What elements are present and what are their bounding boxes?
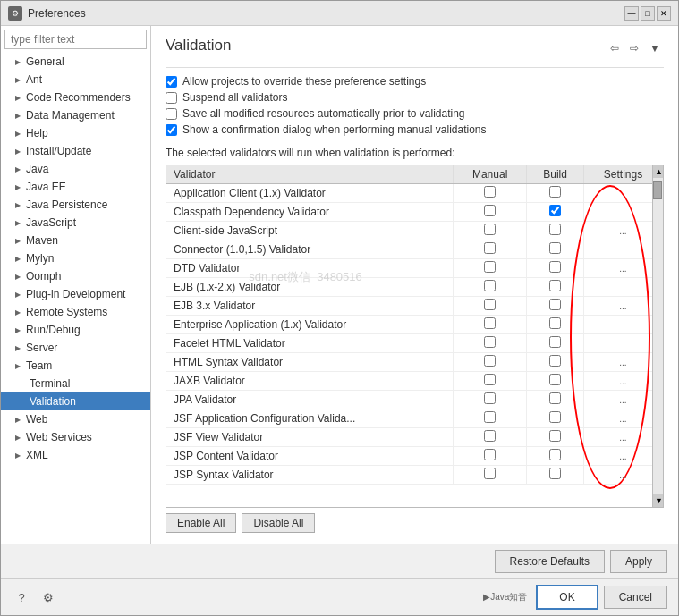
build-checkbox-cell[interactable] xyxy=(527,372,584,391)
build-checkbox-cell[interactable] xyxy=(527,409,584,428)
build-checkbox[interactable] xyxy=(549,355,561,367)
minimize-button[interactable]: — xyxy=(624,6,639,21)
settings-cell[interactable] xyxy=(583,203,662,222)
build-checkbox-cell[interactable] xyxy=(527,297,584,316)
table-scroll[interactable]: Validator Manual Build Settings Applicat… xyxy=(166,165,663,507)
build-checkbox[interactable] xyxy=(549,317,561,329)
build-checkbox[interactable] xyxy=(549,430,561,442)
checkbox-save-resources[interactable] xyxy=(166,108,177,120)
manual-checkbox[interactable] xyxy=(484,280,496,291)
manual-checkbox-cell[interactable] xyxy=(454,278,527,297)
manual-checkbox-cell[interactable] xyxy=(454,447,527,466)
build-checkbox[interactable] xyxy=(549,280,561,291)
sidebar-item-general[interactable]: ▶General xyxy=(1,53,150,71)
sidebar-item-java-persistence[interactable]: ▶Java Persistence xyxy=(1,196,150,214)
checkbox-suspend-validators[interactable] xyxy=(166,92,177,104)
settings-button[interactable]: ... xyxy=(617,226,628,236)
manual-checkbox-cell[interactable] xyxy=(454,372,527,391)
manual-checkbox-cell[interactable] xyxy=(454,259,527,278)
manual-checkbox[interactable] xyxy=(484,336,496,348)
build-checkbox[interactable] xyxy=(549,261,561,273)
settings-cell[interactable]: ... xyxy=(583,447,662,466)
settings-button[interactable]: ... xyxy=(617,451,628,461)
manual-checkbox[interactable] xyxy=(484,224,496,235)
sidebar-item-validation[interactable]: Validation xyxy=(1,392,150,410)
build-checkbox-cell[interactable] xyxy=(527,278,584,297)
build-checkbox-cell[interactable] xyxy=(527,184,584,203)
settings-button[interactable]: ... xyxy=(617,376,628,386)
sidebar-item-xml[interactable]: ▶XML xyxy=(1,446,150,464)
checkbox-allow-projects[interactable] xyxy=(166,76,177,88)
settings-cell[interactable]: ... xyxy=(583,297,662,316)
sidebar-item-team[interactable]: ▶Team xyxy=(1,357,150,375)
forward-button[interactable]: ⇨ xyxy=(626,40,642,56)
manual-checkbox[interactable] xyxy=(484,299,496,310)
build-checkbox[interactable] xyxy=(549,336,561,348)
manual-checkbox-cell[interactable] xyxy=(454,428,527,447)
manual-checkbox[interactable] xyxy=(484,468,496,479)
manual-checkbox-cell[interactable] xyxy=(454,240,527,259)
build-checkbox[interactable] xyxy=(549,205,561,216)
build-checkbox-cell[interactable] xyxy=(527,222,584,240)
build-checkbox[interactable] xyxy=(549,374,561,385)
sidebar-item-remote-systems[interactable]: ▶Remote Systems xyxy=(1,303,150,321)
manual-checkbox[interactable] xyxy=(484,186,496,198)
manual-checkbox-cell[interactable] xyxy=(454,409,527,428)
manual-checkbox-cell[interactable] xyxy=(454,353,527,372)
sidebar-item-maven[interactable]: ▶Maven xyxy=(1,232,150,249)
manual-checkbox[interactable] xyxy=(484,392,496,404)
sidebar-item-code-recommenders[interactable]: ▶Code Recommenders xyxy=(1,89,150,106)
ok-button[interactable]: OK xyxy=(536,585,598,610)
build-checkbox-cell[interactable] xyxy=(527,391,584,409)
build-checkbox[interactable] xyxy=(549,392,561,404)
build-checkbox[interactable] xyxy=(549,186,561,198)
build-checkbox-cell[interactable] xyxy=(527,353,584,372)
manual-checkbox-cell[interactable] xyxy=(454,391,527,409)
disable-all-button[interactable]: Disable All xyxy=(242,513,315,533)
settings-cell[interactable] xyxy=(583,184,662,203)
back-button[interactable]: ⇦ xyxy=(607,40,623,56)
sidebar-item-rundebug[interactable]: ▶Run/Debug xyxy=(1,321,150,339)
build-checkbox-cell[interactable] xyxy=(527,428,584,447)
manual-checkbox-cell[interactable] xyxy=(454,334,527,353)
build-checkbox-cell[interactable] xyxy=(527,240,584,259)
settings-cell[interactable]: ... xyxy=(583,353,662,372)
settings-button[interactable]: ... xyxy=(617,395,628,405)
manual-checkbox[interactable] xyxy=(484,261,496,273)
sidebar-item-installupdate[interactable]: ▶Install/Update xyxy=(1,142,150,160)
manual-checkbox[interactable] xyxy=(484,430,496,442)
settings-cell[interactable]: ... xyxy=(583,466,662,485)
sidebar-item-mylyn[interactable]: ▶Mylyn xyxy=(1,249,150,267)
settings-button[interactable]: ... xyxy=(617,414,628,424)
build-checkbox[interactable] xyxy=(549,224,561,235)
sidebar-item-ant[interactable]: ▶Ant xyxy=(1,71,150,89)
sidebar-item-terminal[interactable]: Terminal xyxy=(1,375,150,392)
manual-checkbox-cell[interactable] xyxy=(454,466,527,485)
help-button[interactable]: ? xyxy=(12,587,31,607)
manual-checkbox[interactable] xyxy=(484,449,496,460)
sidebar-item-plug-in-development[interactable]: ▶Plug-in Development xyxy=(1,285,150,303)
build-checkbox-cell[interactable] xyxy=(527,334,584,353)
scroll-down-button[interactable]: ▼ xyxy=(653,494,663,507)
settings-cell[interactable] xyxy=(583,240,662,259)
build-checkbox-cell[interactable] xyxy=(527,316,584,334)
settings-button[interactable]: ... xyxy=(617,301,628,311)
sidebar-item-javascript[interactable]: ▶JavaScript xyxy=(1,214,150,232)
apply-button[interactable]: Apply xyxy=(610,550,667,573)
manual-checkbox-cell[interactable] xyxy=(454,222,527,240)
sidebar-item-server[interactable]: ▶Server xyxy=(1,339,150,357)
scrollbar[interactable]: ▲ ▼ xyxy=(652,165,663,507)
settings-button[interactable]: ... xyxy=(617,433,628,443)
manual-checkbox[interactable] xyxy=(484,242,496,254)
cancel-button[interactable]: Cancel xyxy=(604,586,667,609)
manual-checkbox-cell[interactable] xyxy=(454,184,527,203)
enable-all-button[interactable]: Enable All xyxy=(166,513,236,533)
manual-checkbox-cell[interactable] xyxy=(454,297,527,316)
checkbox-confirmation-dialog[interactable] xyxy=(166,124,177,136)
build-checkbox-cell[interactable] xyxy=(527,466,584,485)
sidebar-item-web[interactable]: ▶Web xyxy=(1,410,150,428)
sidebar-item-data-management[interactable]: ▶Data Management xyxy=(1,106,150,124)
settings-button[interactable]: ... xyxy=(617,264,628,274)
build-checkbox[interactable] xyxy=(549,242,561,254)
manual-checkbox[interactable] xyxy=(484,374,496,385)
